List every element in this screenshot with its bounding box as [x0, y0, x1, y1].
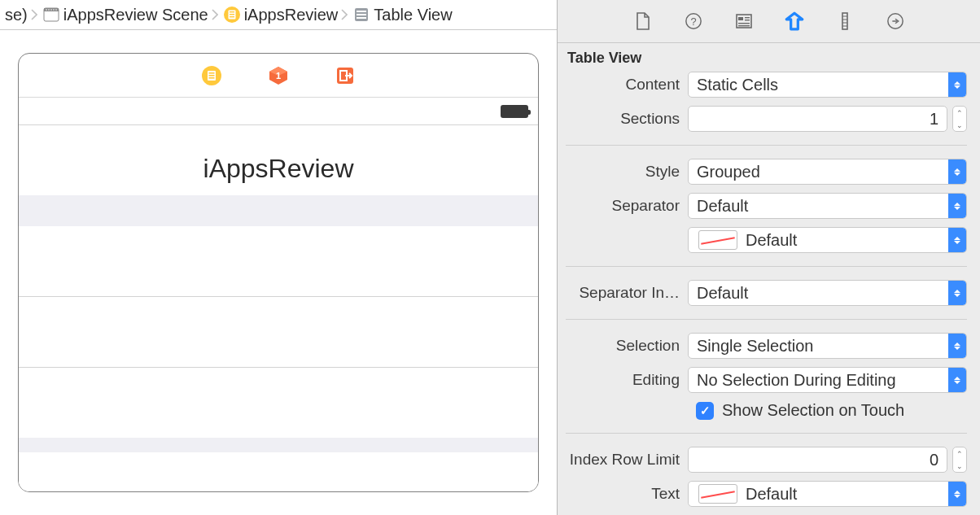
label-index-limit: Index Row Limit — [558, 451, 688, 469]
popup-value: Default — [746, 485, 797, 504]
content-popup[interactable]: Static Cells — [688, 72, 967, 98]
viewcontroller-icon[interactable] — [201, 65, 222, 86]
row-show-selection: ✓ Show Selection on Touch — [558, 401, 967, 420]
separator-inset-popup[interactable]: Default — [688, 280, 967, 306]
battery-icon — [501, 105, 528, 118]
first-responder-icon[interactable]: 1 — [268, 65, 289, 86]
svg-point-6 — [55, 9, 57, 11]
style-popup[interactable]: Grouped — [688, 159, 967, 185]
row-sections: Sections 1 ⌃ ⌄ — [558, 106, 967, 132]
popup-value: No Selection During Editing — [697, 371, 896, 390]
index-row-limit-field[interactable]: 0 — [688, 447, 947, 473]
field-value: 0 — [930, 451, 938, 469]
popup-value: Grouped — [697, 163, 760, 181]
svg-rect-15 — [357, 17, 366, 19]
stepper-arrows-icon — [948, 194, 966, 218]
popup-value: Default — [697, 197, 748, 216]
inspector-form: Content Static Cells Sections 1 ⌃ ⌄ — [558, 70, 980, 515]
table-view[interactable] — [19, 195, 538, 491]
tableview-icon — [352, 6, 370, 24]
section-footer — [19, 438, 538, 452]
svg-rect-29 — [738, 17, 743, 20]
breadcrumb-item-controller[interactable]: iAppsReview — [221, 6, 340, 24]
stepper-arrows-icon — [948, 334, 966, 358]
breadcrumb-label: iAppsReview — [244, 6, 339, 24]
label-separator: Separator — [558, 197, 688, 215]
field-value: 1 — [930, 110, 938, 129]
row-style: Style Grouped — [558, 159, 967, 185]
popup-value: Default — [697, 284, 748, 303]
label-text: Text — [558, 485, 688, 503]
attributes-inspector-tab[interactable] — [783, 10, 806, 33]
separator-color-popup[interactable]: Default — [688, 227, 967, 253]
stepper-arrows-icon — [948, 482, 966, 506]
popup-value: Static Cells — [697, 76, 778, 94]
row-index-limit: Index Row Limit 0 ⌃ ⌄ — [558, 447, 967, 473]
editing-popup[interactable]: No Selection During Editing — [688, 367, 967, 393]
separator-popup[interactable]: Default — [688, 193, 967, 219]
row-content: Content Static Cells — [558, 72, 967, 98]
identity-inspector-tab[interactable] — [733, 10, 755, 33]
navigation-title[interactable]: iAppsReview — [19, 125, 538, 195]
color-well-icon — [698, 230, 737, 250]
size-inspector-tab[interactable] — [833, 10, 856, 33]
breadcrumb-label: Table View — [374, 6, 452, 24]
row-editing: Editing No Selection During Editing — [558, 367, 967, 393]
svg-point-4 — [50, 9, 52, 11]
popup-value: Single Selection — [697, 337, 813, 356]
stepper-arrows-icon — [948, 281, 966, 305]
breadcrumb-item-base[interactable]: se) — [3, 6, 29, 24]
svg-point-3 — [48, 9, 50, 11]
chevron-down-icon: ⌄ — [953, 460, 966, 472]
label-sections: Sections — [558, 110, 688, 128]
index-row-limit-stepper[interactable]: ⌃ ⌄ — [952, 447, 967, 473]
exit-icon[interactable] — [335, 65, 356, 86]
show-selection-checkbox[interactable]: ✓ — [696, 402, 714, 420]
selection-popup[interactable]: Single Selection — [688, 333, 967, 359]
status-bar — [19, 98, 538, 125]
svg-rect-32 — [738, 23, 750, 24]
label-selection: Selection — [558, 337, 688, 355]
connections-inspector-tab[interactable] — [884, 10, 907, 33]
svg-text:?: ? — [690, 15, 696, 28]
svg-point-5 — [53, 9, 55, 11]
help-inspector-tab[interactable]: ? — [682, 10, 705, 33]
breadcrumb-label: se) — [5, 6, 28, 24]
chevron-right-icon — [341, 9, 349, 20]
chevron-up-icon: ⌃ — [953, 447, 966, 460]
file-inspector-tab[interactable] — [632, 10, 654, 33]
inspector-section-title: Table View — [558, 43, 980, 70]
breadcrumb-item-tableview[interactable]: Table View — [351, 6, 453, 24]
scene-device[interactable]: 1 iAppsReview — [18, 53, 539, 492]
color-well-icon — [698, 484, 737, 504]
sections-field[interactable]: 1 — [688, 106, 947, 132]
chevron-up-icon: ⌃ — [953, 107, 966, 119]
row-separator-inset: Separator In… Default — [558, 280, 967, 306]
sections-stepper[interactable]: ⌃ ⌄ — [952, 106, 967, 132]
inspector-tabs: ? — [558, 0, 980, 43]
svg-rect-19 — [209, 75, 215, 76]
row-selection: Selection Single Selection — [558, 333, 967, 359]
svg-rect-34 — [842, 13, 847, 29]
divider — [566, 145, 967, 146]
svg-rect-14 — [357, 14, 366, 15]
label-editing: Editing — [558, 371, 688, 389]
stepper-arrows-icon — [948, 72, 966, 97]
section-header — [19, 195, 538, 226]
svg-rect-18 — [209, 72, 215, 74]
svg-rect-13 — [357, 11, 366, 12]
text-color-popup[interactable]: Default — [688, 481, 967, 507]
scene-canvas[interactable]: 1 iAppsReview — [0, 30, 557, 515]
editor-pane: se) iAppsReview Scene — [0, 0, 558, 515]
table-row[interactable] — [19, 226, 538, 296]
table-row[interactable] — [19, 368, 538, 438]
table-row[interactable] — [19, 297, 538, 367]
stepper-arrows-icon — [948, 368, 966, 392]
svg-point-2 — [46, 9, 47, 11]
breadcrumb-item-scene[interactable]: iAppsReview Scene — [41, 6, 210, 24]
row-separator-color: Default — [558, 227, 967, 253]
divider — [566, 266, 967, 267]
chevron-right-icon — [31, 9, 39, 20]
checkbox-label: Show Selection on Touch — [722, 401, 904, 420]
divider — [566, 433, 967, 434]
